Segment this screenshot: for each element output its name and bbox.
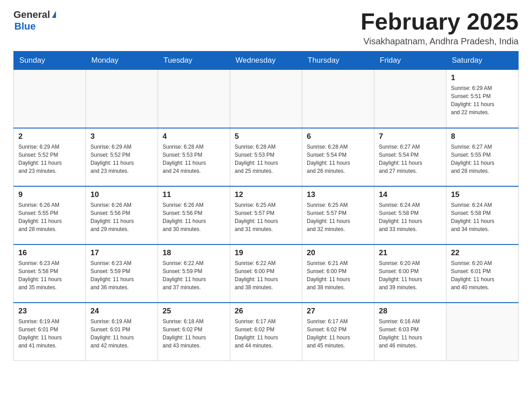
header-wednesday: Wednesday	[230, 51, 302, 70]
header-friday: Friday	[374, 51, 446, 70]
table-row: 9Sunrise: 6:26 AM Sunset: 5:55 PM Daylig…	[14, 186, 86, 244]
day-number: 19	[235, 248, 297, 257]
logo-blue-text: Blue	[14, 21, 36, 32]
day-info: Sunrise: 6:27 AM Sunset: 5:55 PM Dayligh…	[451, 143, 514, 175]
day-info: Sunrise: 6:22 AM Sunset: 5:59 PM Dayligh…	[163, 259, 225, 291]
day-number: 22	[451, 248, 514, 257]
day-info: Sunrise: 6:26 AM Sunset: 5:56 PM Dayligh…	[90, 201, 153, 233]
table-row: 11Sunrise: 6:26 AM Sunset: 5:56 PM Dayli…	[158, 186, 230, 244]
day-info: Sunrise: 6:25 AM Sunset: 5:57 PM Dayligh…	[235, 201, 297, 233]
table-row: 3Sunrise: 6:29 AM Sunset: 5:52 PM Daylig…	[86, 128, 158, 186]
day-number: 28	[379, 307, 442, 316]
table-row: 16Sunrise: 6:23 AM Sunset: 5:58 PM Dayli…	[14, 244, 86, 303]
day-number: 12	[235, 190, 297, 199]
day-info: Sunrise: 6:23 AM Sunset: 5:59 PM Dayligh…	[90, 259, 153, 291]
day-number: 4	[163, 132, 225, 141]
day-info: Sunrise: 6:19 AM Sunset: 6:01 PM Dayligh…	[90, 317, 153, 350]
day-info: Sunrise: 6:29 AM Sunset: 5:52 PM Dayligh…	[18, 143, 81, 175]
day-number: 26	[235, 307, 297, 316]
table-row	[374, 70, 446, 128]
table-row: 18Sunrise: 6:22 AM Sunset: 5:59 PM Dayli…	[158, 244, 230, 303]
day-info: Sunrise: 6:24 AM Sunset: 5:58 PM Dayligh…	[451, 201, 514, 233]
day-number: 16	[18, 248, 81, 257]
table-row: 5Sunrise: 6:28 AM Sunset: 5:53 PM Daylig…	[230, 128, 302, 186]
day-number: 11	[163, 190, 225, 199]
table-row: 8Sunrise: 6:27 AM Sunset: 5:55 PM Daylig…	[446, 128, 519, 186]
table-row	[14, 70, 86, 128]
day-number: 9	[18, 190, 81, 199]
day-info: Sunrise: 6:18 AM Sunset: 6:02 PM Dayligh…	[163, 317, 225, 350]
day-number: 2	[18, 132, 81, 141]
day-info: Sunrise: 6:20 AM Sunset: 6:00 PM Dayligh…	[379, 259, 442, 291]
day-number: 15	[451, 190, 514, 199]
header-sunday: Sunday	[14, 51, 86, 70]
day-info: Sunrise: 6:16 AM Sunset: 6:03 PM Dayligh…	[379, 317, 442, 350]
calendar-week-row: 1Sunrise: 6:29 AM Sunset: 5:51 PM Daylig…	[14, 70, 519, 128]
header-saturday: Saturday	[446, 51, 519, 70]
day-number: 14	[379, 190, 442, 199]
table-row: 25Sunrise: 6:18 AM Sunset: 6:02 PM Dayli…	[158, 303, 230, 361]
day-info: Sunrise: 6:23 AM Sunset: 5:58 PM Dayligh…	[18, 259, 81, 291]
table-row: 4Sunrise: 6:28 AM Sunset: 5:53 PM Daylig…	[158, 128, 230, 186]
table-row: 27Sunrise: 6:17 AM Sunset: 6:02 PM Dayli…	[302, 303, 374, 361]
table-row: 24Sunrise: 6:19 AM Sunset: 6:01 PM Dayli…	[86, 303, 158, 361]
day-info: Sunrise: 6:17 AM Sunset: 6:02 PM Dayligh…	[307, 317, 369, 350]
month-title: February 2025	[360, 9, 519, 34]
header-thursday: Thursday	[302, 51, 374, 70]
day-number: 21	[379, 248, 442, 257]
day-number: 13	[307, 190, 369, 199]
location-text: Visakhapatnam, Andhra Pradesh, India	[360, 36, 519, 47]
table-row: 23Sunrise: 6:19 AM Sunset: 6:01 PM Dayli…	[14, 303, 86, 361]
calendar-table: Sunday Monday Tuesday Wednesday Thursday…	[13, 51, 519, 361]
day-number: 8	[451, 132, 514, 141]
day-number: 24	[90, 307, 153, 316]
day-number: 5	[235, 132, 297, 141]
table-row	[446, 303, 519, 361]
table-row: 28Sunrise: 6:16 AM Sunset: 6:03 PM Dayli…	[374, 303, 446, 361]
day-number: 1	[451, 73, 514, 82]
weekday-header-row: Sunday Monday Tuesday Wednesday Thursday…	[14, 51, 519, 70]
table-row	[230, 70, 302, 128]
day-number: 25	[163, 307, 225, 316]
day-info: Sunrise: 6:25 AM Sunset: 5:57 PM Dayligh…	[307, 201, 369, 233]
table-row: 12Sunrise: 6:25 AM Sunset: 5:57 PM Dayli…	[230, 186, 302, 244]
day-number: 3	[90, 132, 153, 141]
header-monday: Monday	[86, 51, 158, 70]
day-number: 27	[307, 307, 369, 316]
day-info: Sunrise: 6:27 AM Sunset: 5:54 PM Dayligh…	[379, 143, 442, 175]
calendar-week-row: 23Sunrise: 6:19 AM Sunset: 6:01 PM Dayli…	[14, 303, 519, 361]
day-info: Sunrise: 6:29 AM Sunset: 5:51 PM Dayligh…	[451, 84, 514, 116]
header-tuesday: Tuesday	[158, 51, 230, 70]
calendar-week-row: 16Sunrise: 6:23 AM Sunset: 5:58 PM Dayli…	[14, 244, 519, 303]
table-row	[86, 70, 158, 128]
day-info: Sunrise: 6:24 AM Sunset: 5:58 PM Dayligh…	[379, 201, 442, 233]
day-info: Sunrise: 6:28 AM Sunset: 5:53 PM Dayligh…	[163, 143, 225, 175]
day-info: Sunrise: 6:17 AM Sunset: 6:02 PM Dayligh…	[235, 317, 297, 350]
day-info: Sunrise: 6:28 AM Sunset: 5:53 PM Dayligh…	[235, 143, 297, 175]
table-row: 10Sunrise: 6:26 AM Sunset: 5:56 PM Dayli…	[86, 186, 158, 244]
day-number: 10	[90, 190, 153, 199]
day-info: Sunrise: 6:21 AM Sunset: 6:00 PM Dayligh…	[307, 259, 369, 291]
table-row: 19Sunrise: 6:22 AM Sunset: 6:00 PM Dayli…	[230, 244, 302, 303]
table-row: 20Sunrise: 6:21 AM Sunset: 6:00 PM Dayli…	[302, 244, 374, 303]
table-row: 15Sunrise: 6:24 AM Sunset: 5:58 PM Dayli…	[446, 186, 519, 244]
table-row: 7Sunrise: 6:27 AM Sunset: 5:54 PM Daylig…	[374, 128, 446, 186]
day-number: 18	[163, 248, 225, 257]
calendar-week-row: 9Sunrise: 6:26 AM Sunset: 5:55 PM Daylig…	[14, 186, 519, 244]
table-row	[302, 70, 374, 128]
day-info: Sunrise: 6:26 AM Sunset: 5:55 PM Dayligh…	[18, 201, 81, 233]
title-area: February 2025 Visakhapatnam, Andhra Prad…	[360, 9, 519, 47]
day-number: 23	[18, 307, 81, 316]
page-header: General Blue February 2025 Visakhapatnam…	[13, 9, 519, 47]
day-number: 20	[307, 248, 369, 257]
table-row: 2Sunrise: 6:29 AM Sunset: 5:52 PM Daylig…	[14, 128, 86, 186]
day-number: 7	[379, 132, 442, 141]
table-row: 22Sunrise: 6:20 AM Sunset: 6:01 PM Dayli…	[446, 244, 519, 303]
logo-triangle-icon	[52, 11, 56, 18]
day-info: Sunrise: 6:19 AM Sunset: 6:01 PM Dayligh…	[18, 317, 81, 350]
table-row: 17Sunrise: 6:23 AM Sunset: 5:59 PM Dayli…	[86, 244, 158, 303]
day-info: Sunrise: 6:26 AM Sunset: 5:56 PM Dayligh…	[163, 201, 225, 233]
day-number: 17	[90, 248, 153, 257]
day-info: Sunrise: 6:22 AM Sunset: 6:00 PM Dayligh…	[235, 259, 297, 291]
day-number: 6	[307, 132, 369, 141]
